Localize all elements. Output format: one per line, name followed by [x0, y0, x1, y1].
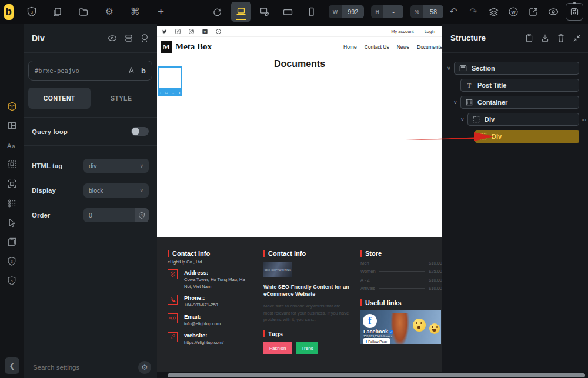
structure-item-post-title[interactable]: T Post Title — [460, 79, 579, 92]
website-value[interactable]: https://elightup.com/ — [184, 339, 223, 346]
tab-content[interactable]: CONTENT — [28, 88, 91, 109]
store-row[interactable]: Women $25.00 — [360, 269, 442, 274]
search-settings-input[interactable] — [33, 364, 138, 371]
duplicate-icon[interactable]: □ — [165, 91, 168, 95]
order-shield-button[interactable]: 3 — [135, 208, 149, 222]
display-select[interactable]: block ∨ — [83, 183, 149, 198]
facebook-icon[interactable] — [175, 29, 181, 34]
width-label: W — [329, 5, 342, 18]
external-link-icon[interactable] — [523, 2, 543, 22]
settings-gear-button[interactable]: ⚙ — [138, 361, 151, 374]
my-account-link[interactable]: My account — [391, 29, 413, 34]
builder-canvas: v My account Login M Meta Box Home Conta… — [157, 24, 442, 378]
structure-item-div[interactable]: Div — [467, 113, 579, 126]
width-value[interactable]: 992 — [342, 5, 364, 18]
breakpoint-edit-icon[interactable] — [255, 2, 275, 22]
layout-columns-icon[interactable] — [0, 116, 24, 135]
height-value[interactable]: - — [383, 5, 403, 18]
store-row[interactable]: Arrivals $10.00 — [360, 286, 442, 291]
refresh-icon[interactable] — [208, 2, 228, 22]
undo-icon[interactable]: ↶ — [443, 2, 463, 22]
shield-3-rail-icon[interactable]: 3 — [0, 252, 24, 271]
pointer-icon[interactable] — [128, 67, 135, 75]
tag-trend[interactable]: Trend — [296, 342, 318, 354]
folder-icon[interactable] — [74, 2, 93, 22]
form-fields-icon[interactable] — [0, 193, 24, 213]
add-icon[interactable]: + — [159, 91, 162, 95]
desktop-breakpoint-button[interactable] — [231, 2, 251, 22]
phone-icon[interactable] — [302, 2, 322, 22]
structure-item-container[interactable]: Container — [460, 96, 579, 109]
cursor-interactions-icon[interactable] — [0, 213, 24, 232]
width-input-group[interactable]: W 992 — [329, 5, 365, 18]
element-id-input[interactable]: #brxe-peajvo b — [28, 61, 152, 81]
nav-contact-us[interactable]: Contact Us — [365, 44, 389, 50]
vimeo-icon[interactable]: v — [202, 29, 208, 34]
order-input[interactable]: 0 3 — [83, 208, 149, 222]
query-loop-toggle[interactable] — [131, 127, 149, 136]
chevron-section-icon[interactable]: ∨ — [447, 65, 451, 71]
zoom-input-group[interactable]: % 58 — [410, 5, 443, 18]
collapse-all-icon[interactable] — [573, 34, 581, 42]
facebook-page-widget[interactable]: f Facebook✓ 155,819,754 followers fFollo… — [360, 310, 441, 344]
shield-3-icon[interactable]: 3 — [22, 2, 42, 22]
display-label: Display — [32, 187, 83, 194]
pages-icon[interactable] — [48, 2, 68, 22]
move-vertical-icon[interactable]: ↕ — [179, 91, 181, 95]
article-thumbnail[interactable]: SEO COPYWRITING — [263, 262, 292, 277]
chevron-container-icon[interactable]: ∨ — [453, 99, 457, 105]
site-name[interactable]: Meta Box — [175, 42, 212, 52]
save-button[interactable] — [566, 3, 583, 21]
metabox-logo[interactable]: M — [161, 41, 172, 53]
frame-select-icon[interactable] — [0, 174, 24, 193]
zoom-value[interactable]: 58 — [423, 5, 443, 18]
trash-icon[interactable] — [557, 34, 565, 42]
html-tag-select[interactable]: div ∨ — [83, 159, 149, 173]
nav-documents[interactable]: Documents — [417, 44, 442, 50]
login-link[interactable]: Login — [425, 29, 435, 34]
store-row[interactable]: Men $10.00 — [360, 260, 442, 266]
nav-home[interactable]: Home — [343, 44, 357, 50]
height-label: H — [371, 5, 383, 18]
store-row[interactable]: A - Z $10.00 — [360, 277, 442, 283]
fb-follow-button[interactable]: fFollow Page — [363, 338, 390, 344]
whatsapp-icon[interactable] — [216, 29, 221, 34]
height-input-group[interactable]: H - — [371, 5, 403, 18]
clipboard-icon[interactable] — [525, 34, 533, 42]
pattern-grid-icon[interactable] — [0, 155, 24, 174]
loop-person-icon[interactable] — [141, 34, 149, 42]
bricks-logo[interactable]: b — [4, 4, 14, 20]
typography-icon[interactable]: Aa — [0, 135, 24, 155]
box-3d-icon[interactable] — [0, 232, 24, 252]
states-icon[interactable] — [124, 34, 133, 42]
scrollbar-thumb[interactable] — [168, 373, 585, 377]
instagram-icon[interactable] — [189, 29, 194, 34]
shield-5-rail-icon[interactable]: 5 — [0, 271, 24, 290]
company-name: eLightUp Co., Ltd. — [168, 259, 263, 265]
selected-div-element[interactable] — [158, 66, 182, 89]
preview-eye-icon[interactable] — [543, 2, 563, 22]
phone-value[interactable]: +84-983-671-258 — [184, 302, 218, 309]
keyboard-shortcuts-icon[interactable]: ⌘ — [125, 2, 145, 22]
wordpress-icon[interactable]: W — [503, 2, 523, 22]
collapse-panel-button[interactable]: ❮ — [5, 357, 19, 374]
tag-fashion[interactable]: Fashion — [263, 342, 292, 354]
tab-style[interactable]: STYLE — [91, 95, 153, 102]
redo-icon[interactable]: ↷ — [463, 2, 483, 22]
tablet-icon[interactable] — [278, 2, 298, 22]
structure-item-section[interactable]: Section — [454, 62, 579, 75]
article-title[interactable]: Write SEO-Friendly Content for an eComme… — [263, 283, 352, 297]
layers-icon[interactable] — [483, 2, 503, 22]
bricks-b-icon[interactable]: b — [141, 66, 146, 75]
nav-news[interactable]: News — [397, 44, 409, 50]
import-icon[interactable] — [541, 34, 549, 42]
elements-cube-icon[interactable] — [0, 96, 24, 116]
add-element-icon[interactable]: + — [151, 2, 171, 22]
move-horizontal-icon[interactable]: ↔ — [171, 91, 175, 95]
email-value[interactable]: info@elightup.com — [184, 320, 220, 327]
horizontal-scrollbar[interactable] — [157, 372, 588, 378]
chevron-div-icon[interactable]: ∨ — [460, 116, 465, 122]
settings-gear-icon[interactable]: ⚙ — [99, 2, 119, 22]
visibility-eye-icon[interactable] — [108, 35, 117, 42]
twitter-icon[interactable] — [162, 29, 167, 34]
